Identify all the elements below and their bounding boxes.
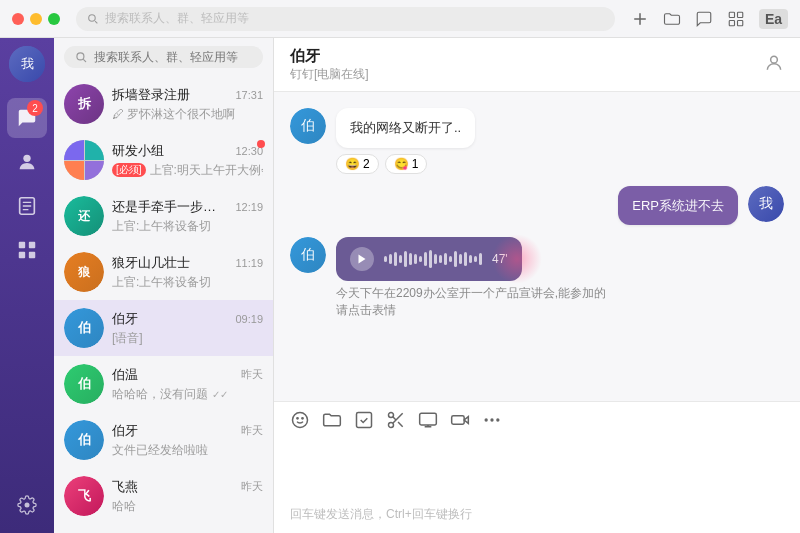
- chat-preview: 哈哈哈，没有问题 ✓✓: [112, 386, 263, 403]
- contacts-icon: [16, 151, 38, 173]
- maximize-button[interactable]: [48, 13, 60, 25]
- emoji-reaction[interactable]: 😄 2: [336, 154, 379, 174]
- chat-item[interactable]: 拆 拆墙登录注册 17:31 🖊 罗怀淋这个很不地啊: [54, 76, 273, 132]
- add-icon[interactable]: [631, 10, 649, 28]
- chat-item[interactable]: 飞 飞燕 昨天 哈哈: [54, 468, 273, 524]
- chat-name: 狼牙山几壮士: [112, 254, 190, 272]
- sender-avatar: 我: [748, 186, 784, 222]
- chat-item-active[interactable]: 伯 伯牙 09:19 [语音]: [54, 300, 273, 356]
- chat-icon[interactable]: [695, 10, 713, 28]
- chat-item[interactable]: 研发小组 12:30 [必须] 上官:明天上午开大例会: [54, 132, 273, 188]
- global-search-bar[interactable]: 搜索联系人、群、轻应用等: [76, 7, 615, 31]
- emoji-button[interactable]: [290, 410, 310, 430]
- screen-share-button[interactable]: [418, 410, 438, 430]
- task-button[interactable]: [354, 410, 374, 430]
- voice-message[interactable]: 47': [336, 237, 522, 281]
- svg-rect-8: [19, 252, 25, 258]
- voice-play-button[interactable]: [350, 247, 374, 271]
- chat-item[interactable]: 还 还是手牵手一步… 12:19 上官:上午将设备切: [54, 188, 273, 244]
- svg-rect-9: [29, 252, 35, 258]
- svg-rect-21: [452, 416, 465, 424]
- title-bar-actions: Ea: [631, 9, 788, 29]
- svg-point-11: [77, 53, 84, 60]
- svg-point-24: [496, 418, 499, 421]
- video-button[interactable]: [450, 410, 470, 430]
- unread-indicator: [257, 140, 265, 148]
- chat-name: 还是手牵手一步…: [112, 198, 216, 216]
- chat-preview: 上官:上午将设备切: [112, 274, 263, 291]
- chat-item[interactable]: 伯 伯牙 昨天 文件已经发给啦啦: [54, 412, 273, 468]
- chat-list: 拆 拆墙登录注册 17:31 🖊 罗怀淋这个很不地啊: [54, 76, 273, 533]
- message-input[interactable]: [290, 438, 784, 498]
- svg-rect-17: [357, 413, 372, 428]
- avatar: 飞: [64, 476, 104, 516]
- emoji-reactions: 😄 2 😋 1: [336, 154, 475, 174]
- chat-item[interactable]: 伯 伯温 昨天 哈哈哈，没有问题 ✓✓: [54, 356, 273, 412]
- chat-list-panel: 拆 拆墙登录注册 17:31 🖊 罗怀淋这个很不地啊: [54, 38, 274, 533]
- screenshot-button[interactable]: [386, 410, 406, 430]
- chat-header-right: [764, 53, 784, 77]
- chat-preview: [语音]: [112, 330, 263, 347]
- minimize-button[interactable]: [30, 13, 42, 25]
- search-bar: [54, 38, 273, 76]
- sidebar-item-chat[interactable]: 2: [7, 98, 47, 138]
- chat-time: 昨天: [241, 367, 263, 382]
- voice-waveform: [384, 250, 482, 268]
- user-profile-icon[interactable]: [764, 53, 784, 73]
- avatar: 狼: [64, 252, 104, 292]
- chat-info: 飞燕 昨天 哈哈: [112, 478, 263, 515]
- chat-name: 伯牙: [112, 310, 138, 328]
- avatar: 拆: [64, 84, 104, 124]
- sidebar-item-notes[interactable]: [7, 186, 47, 226]
- chat-preview: [必须] 上官:明天上午开大例会: [112, 162, 263, 179]
- voice-text-hint: 今天下午在2209办公室开一个产品宣讲会,能参加的请点击表情: [336, 285, 616, 319]
- window-controls: [12, 13, 60, 25]
- close-button[interactable]: [12, 13, 24, 25]
- chat-info: 伯牙 09:19 [语音]: [112, 310, 263, 347]
- main-area: 我 2: [0, 38, 800, 533]
- svg-point-15: [297, 418, 298, 419]
- more-button[interactable]: [482, 410, 502, 430]
- chat-time: 昨天: [241, 479, 263, 494]
- voice-duration: 47': [492, 252, 508, 266]
- user-label[interactable]: Ea: [759, 9, 788, 29]
- messages-area: 伯 我的网络又断开了.. 😄 2 😋 1 我: [274, 92, 800, 401]
- search-placeholder: 搜索联系人、群、轻应用等: [105, 10, 249, 27]
- chat-time: 17:31: [235, 89, 263, 101]
- svg-point-12: [771, 56, 778, 63]
- chat-info: 还是手牵手一步… 12:19 上官:上午将设备切: [112, 198, 263, 235]
- message-content: ERP系统进不去: [618, 186, 738, 226]
- chat-time: 09:19: [235, 313, 263, 325]
- message-bubble: ERP系统进不去: [618, 186, 738, 226]
- settings-button[interactable]: [7, 485, 47, 525]
- sidebar-item-contacts[interactable]: [7, 142, 47, 182]
- apps-icon: [16, 239, 38, 261]
- chat-info: 狼牙山几壮士 11:19 上官:上午将设备切: [112, 254, 263, 291]
- chat-header-info: 伯牙 钉钉[电脑在线]: [290, 47, 369, 83]
- input-area: 回车键发送消息，Ctrl+回车键换行: [274, 401, 800, 533]
- chat-preview: 文件已经发给啦啦: [112, 442, 263, 459]
- chat-name: 伯牙: [112, 422, 138, 440]
- svg-rect-20: [420, 413, 437, 425]
- chat-preview: 上官:上午将设备切: [112, 218, 263, 235]
- mention-badge: [必须]: [112, 163, 146, 177]
- chat-item[interactable]: 狼 狼牙山几壮士 11:19 上官:上午将设备切: [54, 244, 273, 300]
- avatar[interactable]: 我: [9, 46, 45, 82]
- search-icon: [74, 50, 88, 64]
- svg-rect-2: [729, 20, 734, 25]
- chat-time: 12:19: [235, 201, 263, 213]
- file-button[interactable]: [322, 410, 342, 430]
- chat-info: 拆墙登录注册 17:31 🖊 罗怀淋这个很不地啊: [112, 86, 263, 123]
- folder-icon[interactable]: [663, 10, 681, 28]
- avatar: 伯: [64, 420, 104, 460]
- svg-point-18: [389, 413, 394, 418]
- search-input[interactable]: [94, 50, 253, 64]
- sidebar-item-apps[interactable]: [7, 230, 47, 270]
- chat-info: 伯温 昨天 哈哈哈，没有问题 ✓✓: [112, 366, 263, 403]
- chat-name: 研发小组: [112, 142, 164, 160]
- grid-icon[interactable]: [727, 10, 745, 28]
- chat-time: 11:19: [235, 257, 263, 269]
- settings-icon: [17, 495, 37, 515]
- search-input-wrap[interactable]: [64, 46, 263, 68]
- emoji-reaction[interactable]: 😋 1: [385, 154, 428, 174]
